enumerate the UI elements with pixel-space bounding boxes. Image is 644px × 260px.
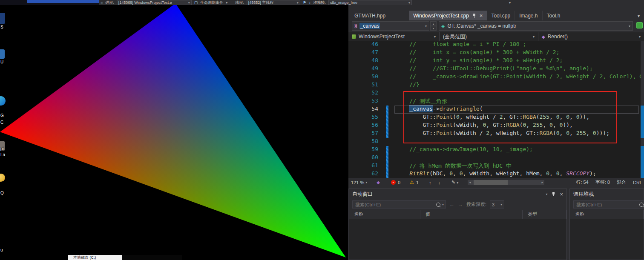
scroll-left-icon[interactable]: ◄ [468,181,472,184]
desktop-icon-label[interactable]: C [0,120,3,125]
chevron-down-icon[interactable]: ▾ [442,203,444,206]
zoom-control[interactable]: 121 % ▾ [351,180,367,185]
line-number[interactable]: 56 [359,122,378,130]
expression-spinner[interactable]: ▴ ▾ [430,21,437,31]
search-icon[interactable] [639,203,644,207]
warning-count[interactable]: 1 [416,180,419,185]
code-line-53[interactable]: 53 // 测试三角形 [348,97,644,106]
line-number[interactable]: 61 [359,162,378,170]
autos-body[interactable] [349,219,566,260]
code-line-59[interactable]: 59 //_canvas->drawImage(10, 10, _image); [348,146,644,154]
editor-horizontal-scrollbar[interactable]: ◄ ► [468,180,544,185]
tab-Image.h[interactable]: Image.h [515,11,542,20]
code-line-58[interactable]: 58 [348,138,644,146]
code-line-56[interactable]: 56 GT::Point(wWidth, 0, GT::RGBA(0, 255,… [348,122,644,130]
autos-panel-header[interactable]: 自动窗口 ▾ × [349,189,566,199]
code-line-62[interactable]: 62 BitBlt(hDC, 0, 0, wWidth, wHeight, hM… [348,170,644,178]
feedback-icon[interactable]: ◆ [377,180,380,185]
pin-icon[interactable] [552,191,555,197]
code-line-51[interactable]: 51 //} [348,81,644,89]
member-dropdown[interactable]: ◆ Render() ▾ [538,32,644,41]
status-encoding[interactable]: 混合 [617,179,626,186]
autos-search-input[interactable] [354,202,434,208]
line-number[interactable]: 58 [359,138,378,146]
column-header-value[interactable]: 值 [420,210,523,219]
search-icon[interactable] [436,203,440,207]
navigate-down-icon[interactable]: ↓ [438,180,441,185]
column-header-name[interactable]: 名称 [349,210,420,219]
scope-dropdown[interactable]: (全局范围) ▾ [440,32,538,41]
line-number[interactable]: 48 [359,57,378,65]
desktop-icon-fragment[interactable] [0,13,5,24]
line-number[interactable]: 51 [359,81,378,89]
code-line-55[interactable]: 55 GT::Point(0, wHeight / 2, GT::RGBA(25… [348,114,644,122]
toolbar-menu-icon[interactable]: ≡ [101,0,103,5]
explorer-address-fragment[interactable]: 本地磁盘 (C:) [68,255,122,260]
thread-dropdown[interactable]: [45652] 主线程▾ [247,0,300,5]
desktop-icon-label[interactable]: u [0,248,3,252]
line-number[interactable]: 52 [359,89,378,97]
line-number[interactable]: 54 [359,106,378,114]
line-number[interactable]: 53 [359,97,378,106]
warning-icon[interactable]: ⚠ [410,180,414,185]
code-line-49[interactable]: 49 // //GT::UTool::DebugPrint(L"angle = … [348,65,644,73]
lifecycle-events-label[interactable]: 生命周期事件 [200,0,223,5]
code-line-54[interactable]: 54 _canvas->drawTriangle( [348,106,644,114]
desktop-icon-label[interactable]: pi [0,146,4,151]
desktop-icon-label[interactable]: La [0,152,5,157]
line-number[interactable]: 60 [359,154,378,162]
search-forward-icon[interactable]: → [458,202,463,208]
line-number[interactable]: 62 [359,170,378,178]
desktop-icon-fragment[interactable] [0,49,5,59]
callstack-body[interactable] [570,219,644,260]
line-number[interactable]: 59 [359,146,378,154]
line-number[interactable]: 55 [359,114,378,122]
code-line-50[interactable]: 50 // _canvas->drawLine(GT::Point(wWidth… [348,73,644,81]
close-icon[interactable]: × [480,13,483,18]
column-header-type[interactable]: 类型 [523,210,566,219]
editor-vertical-scrollbar[interactable] [641,41,644,178]
search-back-icon[interactable]: ← [449,202,454,208]
expression-value-combo[interactable]: ◈ GT::Canvas* _canvas = nullptr ▾ [439,21,633,31]
watch-expression-combo[interactable]: § _canvas ▾ [352,21,429,31]
toolbar-green-icon[interactable] [636,22,643,29]
column-header-name[interactable]: 名称 [570,210,644,219]
code-editor[interactable]: 46 // float angle = i * PI / 180 ;47 // … [348,41,644,178]
scroll-right-icon[interactable]: ► [540,181,544,184]
spin-up-icon[interactable]: ▴ [430,21,437,26]
line-number[interactable]: 49 [359,65,378,73]
close-icon[interactable]: × [560,191,563,197]
autos-search-box[interactable]: ▾ [352,200,446,209]
callstack-search-box[interactable] [573,200,644,209]
desktop-icon-label[interactable]: U [0,60,3,64]
process-dropdown[interactable]: [145068] WindowsProjectTest.e▾ [117,0,192,5]
code-line-61[interactable]: 61 // 将 hMem 的数据一次写入到 hDC 中 [348,162,644,170]
scrollbar-thumb[interactable] [474,180,508,185]
error-icon[interactable]: × [391,180,396,185]
chevron-down-icon[interactable]: ▾ [546,192,547,196]
pin-icon[interactable] [472,13,476,18]
lifecycle-events-icon[interactable]: ▢ [194,0,198,5]
desktop-icon-label[interactable]: S [0,25,3,29]
flag-icon[interactable]: ⚑ [303,0,306,5]
edit-pencil-icon[interactable]: ✎ ▾ [451,180,458,185]
spin-down-icon[interactable]: ▾ [430,26,437,31]
line-number[interactable]: 46 [359,41,378,49]
tab-WindowsProjectTest.cpp[interactable]: WindowsProjectTest.cpp× [409,11,487,20]
desktop-icon-label[interactable]: Q [0,191,4,195]
code-line-48[interactable]: 48 // int y = sin(angle) * 300 + wHeight… [348,57,644,65]
error-count[interactable]: 0 [398,180,400,185]
navigate-up-icon[interactable]: ↑ [429,180,431,185]
callstack-panel-header[interactable]: 调用堆栈 [570,189,644,199]
tab-Tool.cpp[interactable]: Tool.cpp [487,11,515,20]
toolbar-overflow-chevron-icon[interactable]: ▼ [508,1,512,5]
code-line-60[interactable]: 60 [348,154,644,162]
line-number[interactable]: 57 [359,130,378,138]
stack-frame-dropdown[interactable]: stbi_image_free▾ [328,0,412,5]
code-line-46[interactable]: 46 // float angle = i * PI / 180 ; [348,41,644,49]
line-number[interactable]: 47 [359,49,378,57]
code-line-52[interactable]: 52 [348,89,644,97]
tab-list-chevron-icon[interactable]: ▾ [638,14,640,18]
project-dropdown[interactable]: WindowsProjectTest ▾ [348,32,440,41]
tab-GTMATH.hpp[interactable]: GTMATH.hpp [350,11,390,20]
